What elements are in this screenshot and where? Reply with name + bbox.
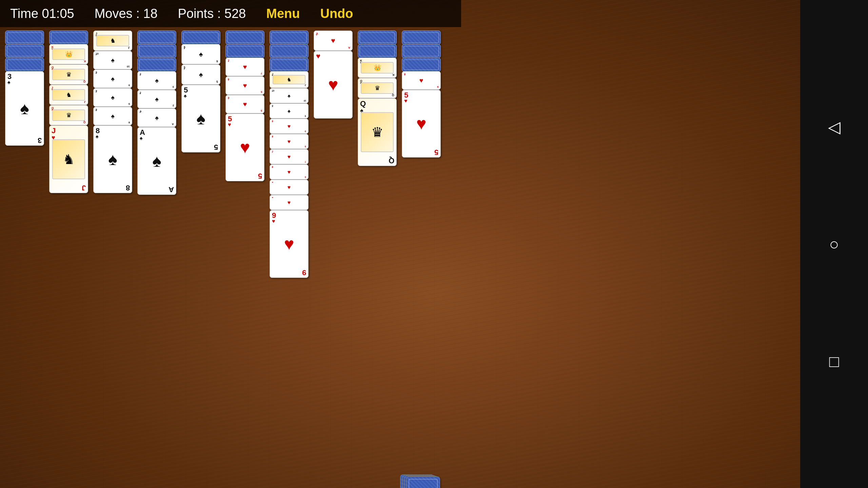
recents-icon[interactable]: □	[829, 352, 839, 371]
card-10-4[interactable]: 6♥♥6	[402, 71, 441, 90]
card-7-3[interactable]	[270, 58, 309, 72]
card-9-4[interactable]: Q♠♛Q	[358, 78, 397, 98]
card-3-6[interactable]: 8♠♠8	[93, 125, 132, 193]
home-icon[interactable]: ○	[829, 235, 839, 253]
card-5-3[interactable]: 5♠♠5	[181, 64, 220, 85]
card-4-4[interactable]: 3♠♠3	[137, 71, 176, 90]
deck-card-4[interactable]	[406, 476, 440, 488]
card-7-5[interactable]: 10♠♠10	[270, 88, 309, 103]
undo-button[interactable]: Undo	[320, 6, 353, 21]
card-2-6[interactable]: J♥♞J	[49, 125, 88, 193]
back-icon[interactable]: ◁	[828, 117, 841, 136]
card-3-3[interactable]: 9♠♠9	[93, 69, 132, 88]
card-7-7[interactable]: 9♥♥9	[270, 119, 309, 134]
card-6-3[interactable]: 7♥♥7	[225, 58, 264, 76]
card-6-2[interactable]	[225, 44, 264, 58]
card-5-4[interactable]: 5♠♠5	[181, 85, 220, 152]
card-4-2[interactable]	[137, 44, 176, 58]
card-4-6[interactable]: A♠♠A	[137, 108, 176, 127]
card-6-6[interactable]: 5♥♥5	[225, 114, 264, 181]
game-area: 3♠♠3K♥👑KQ♥♛QJ♥♞JQ♥♛QJ♥♞JJ♠♞J10♠♠109♠♠99♠…	[0, 27, 461, 488]
card-8-1[interactable]: A♥♥A	[314, 30, 353, 51]
card-9-2[interactable]	[358, 44, 397, 58]
card-4-5[interactable]: 2♠♠2	[137, 90, 176, 108]
moves-display: Moves : 18	[95, 6, 158, 21]
card-7-13[interactable]: 9♥♥9	[270, 210, 309, 278]
card-1-1[interactable]	[5, 30, 44, 45]
card-10-3[interactable]	[402, 58, 441, 72]
card-7-8[interactable]: 8♥♥8	[270, 134, 309, 149]
card-4-3[interactable]	[137, 58, 176, 72]
header-bar: Time 01:05 Moves : 18 Points : 528 Menu …	[0, 0, 461, 27]
card-5-2[interactable]: 6♠♠6	[181, 44, 220, 64]
card-7-4[interactable]: J♠♞J	[270, 71, 309, 88]
card-6-1[interactable]	[225, 30, 264, 45]
card-7-9[interactable]: 7♥♥7	[270, 149, 309, 164]
card-9-1[interactable]	[358, 30, 397, 45]
card-1-4[interactable]: 3♠♠3	[5, 71, 44, 146]
card-9-5[interactable]: Q♠♛Q	[358, 98, 397, 166]
points-display: Points : 528	[178, 6, 246, 21]
card-3-4[interactable]: 9♠♠9	[93, 88, 132, 107]
card-7-12[interactable]: ♥♥	[270, 195, 309, 210]
card-6-5[interactable]: 5♥♥5	[225, 95, 264, 114]
card-4-7[interactable]: A♠♠A	[137, 127, 176, 195]
card-10-2[interactable]	[402, 44, 441, 58]
card-3-1[interactable]: J♠♞J	[93, 30, 132, 51]
card-2-4[interactable]: J♥♞J	[49, 85, 88, 105]
card-7-10[interactable]: 6♥♥6	[270, 164, 309, 180]
card-1-3[interactable]	[5, 58, 44, 72]
card-6-4[interactable]: 6♥♥6	[225, 76, 264, 95]
card-2-5[interactable]: Q♥♛Q	[49, 105, 88, 125]
menu-button[interactable]: Menu	[266, 6, 300, 21]
card-8-2[interactable]: ♥♥	[314, 51, 353, 119]
card-1-2[interactable]	[5, 44, 44, 58]
card-7-11[interactable]: ♥♥	[270, 180, 309, 195]
card-10-5[interactable]: 5♥♥5	[402, 90, 441, 158]
card-5-1[interactable]	[181, 30, 220, 45]
card-3-2[interactable]: 10♠♠10	[93, 51, 132, 69]
card-2-1[interactable]	[49, 30, 88, 45]
card-7-6[interactable]: 9♠♠9	[270, 103, 309, 119]
card-7-2[interactable]	[270, 44, 309, 58]
card-7-1[interactable]	[270, 30, 309, 45]
card-9-3[interactable]: K♠👑K	[358, 58, 397, 78]
card-4-1[interactable]	[137, 30, 176, 45]
timer-display: Time 01:05	[10, 6, 74, 21]
card-2-2[interactable]: K♥👑K	[49, 44, 88, 64]
card-10-1[interactable]	[402, 30, 441, 45]
card-3-5[interactable]: 8♠♠8	[93, 107, 132, 125]
card-2-3[interactable]: Q♥♛Q	[49, 64, 88, 85]
android-nav-panel: ◁ ○ □	[800, 0, 868, 488]
